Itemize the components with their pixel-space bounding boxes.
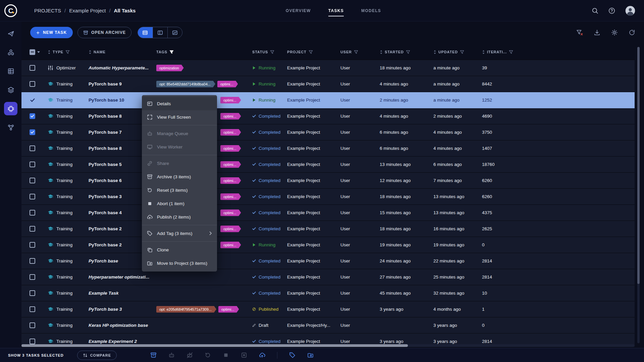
table-row[interactable]: TrainingExample Experiment 2CompletedExa… (21, 334, 635, 345)
task-name[interactable]: Example Task (89, 291, 119, 296)
menu-item-archive[interactable]: Archive (3 items) (142, 170, 217, 183)
column-header-name[interactable]: NAME (86, 50, 154, 54)
column-header-project[interactable]: PROJECT (284, 50, 338, 54)
tag-chip[interactable]: optimi... (220, 177, 241, 184)
task-name[interactable]: PyTorch base 4 (89, 210, 122, 215)
sort-icon[interactable] (89, 50, 92, 54)
publish-button[interactable] (259, 352, 265, 358)
table-row[interactable]: TrainingPyTorch base 2optimi...Completed… (21, 221, 635, 237)
column-header-type[interactable]: TYPE (45, 50, 86, 54)
filter-funnel-icon[interactable] (169, 50, 174, 54)
sort-icon[interactable] (482, 50, 485, 54)
sidebar-item-datasets[interactable] (4, 64, 17, 78)
task-name[interactable]: Keras HP optimization base (89, 323, 148, 328)
select-all-checkbox[interactable] (30, 49, 35, 55)
show-selected-button[interactable]: SHOW 3 TASKS SELECTED (8, 353, 64, 357)
menu-item-publish[interactable]: Publish (2 items) (142, 210, 217, 224)
vertical-scrollbar-thumb[interactable] (637, 47, 640, 284)
vertical-scrollbar[interactable] (637, 47, 640, 343)
task-name[interactable]: PyTorch base 5 (89, 162, 122, 167)
filter-funnel-icon[interactable] (460, 50, 464, 54)
tag-chip[interactable]: optimi... (220, 193, 241, 200)
new-task-button[interactable]: + NEW TASK (30, 27, 73, 38)
row-checkbox[interactable] (30, 129, 35, 135)
tag-chip[interactable]: optimization (156, 65, 184, 71)
table-view-button[interactable] (138, 27, 153, 38)
search-icon[interactable] (592, 7, 598, 14)
breadcrumb-project[interactable]: Example Project (69, 8, 106, 13)
breadcrumb-projects[interactable]: PROJECTS (34, 8, 61, 13)
menu-item-clone[interactable]: Clone (142, 243, 217, 256)
table-row[interactable]: TrainingPyTorch base 3optimi...Completed… (21, 189, 635, 205)
filter-funnel-icon[interactable] (65, 50, 70, 54)
task-name[interactable]: PyTorch base 10 (89, 98, 124, 103)
row-checkbox[interactable] (30, 290, 35, 296)
table-row[interactable]: TrainingPyTorch base 5optimi...Completed… (21, 157, 635, 173)
row-checkbox[interactable] (30, 258, 35, 264)
row-checkbox[interactable] (30, 226, 35, 232)
sort-icon[interactable] (380, 50, 383, 54)
card-view-button[interactable] (153, 27, 167, 38)
filter-funnel-icon[interactable] (406, 50, 410, 54)
table-row[interactable]: TrainingPyTorch base 10optimi...RunningE… (21, 92, 635, 108)
archive-button[interactable] (150, 352, 157, 358)
task-name[interactable]: PyTorch base 7 (89, 130, 122, 135)
task-name[interactable]: PyTorch base 9 (89, 81, 122, 86)
task-name[interactable]: PyTorch base 8 (89, 146, 122, 151)
menu-item-details[interactable]: Details (142, 97, 217, 110)
task-name[interactable]: Automatic Hyperparamete... (89, 65, 149, 70)
user-avatar-icon[interactable] (625, 6, 635, 16)
open-archive-button[interactable]: OPEN ARCHIVE (77, 27, 131, 38)
table-row[interactable]: TrainingHyperparameter optimizati...Comp… (21, 269, 635, 285)
row-checkbox[interactable] (30, 162, 35, 167)
tab-models[interactable]: MODELS (361, 0, 381, 21)
filter-funnel-icon[interactable] (354, 50, 358, 54)
row-checkbox[interactable] (30, 145, 35, 151)
settings-gear-icon[interactable] (611, 29, 618, 36)
row-checkbox[interactable] (30, 97, 35, 103)
column-header-iterations[interactable]: ITERATI... (479, 50, 524, 54)
add-tag-button[interactable] (289, 352, 296, 358)
column-header-user[interactable]: USER (338, 50, 377, 54)
table-row[interactable]: OptimizerAutomatic Hyperparamete...optim… (21, 60, 635, 76)
sidebar-item-tasks[interactable] (4, 102, 17, 115)
row-checkbox[interactable] (30, 274, 35, 280)
tab-tasks[interactable]: TASKS (328, 0, 344, 21)
table-row[interactable]: TrainingExample TaskCompletedExample Pro… (21, 285, 635, 301)
horizontal-scrollbar[interactable] (21, 344, 635, 347)
row-checkbox[interactable] (30, 113, 35, 119)
task-name[interactable]: PyTorch base 2 (89, 226, 122, 231)
filter-funnel-icon[interactable] (270, 50, 274, 54)
task-name[interactable]: PyTorch base 6 (89, 178, 122, 183)
column-header-status[interactable]: STATUS (250, 50, 284, 54)
row-checkbox[interactable] (30, 210, 35, 216)
row-checkbox[interactable] (30, 65, 35, 71)
tag-chip[interactable]: optimi... (220, 226, 241, 232)
auto-refresh-icon[interactable] (629, 29, 635, 36)
table-row[interactable]: TrainingPyTorch base 8optimi...Completed… (21, 140, 635, 157)
compare-button[interactable]: COMPARE (77, 351, 117, 360)
row-checkbox[interactable] (30, 194, 35, 199)
tag-chip[interactable]: optimi... (218, 306, 239, 313)
table-row[interactable]: TrainingPyTorch base 3opt: e205d684f7954… (21, 301, 635, 317)
tab-overview[interactable]: OVERVIEW (286, 0, 311, 21)
chart-view-button[interactable] (167, 27, 182, 38)
menu-item-abort[interactable]: Abort (1 item) (142, 197, 217, 210)
sort-icon[interactable] (48, 50, 51, 54)
tag-chip[interactable]: optimi... (220, 129, 241, 136)
column-header-started[interactable]: STARTED (377, 50, 431, 54)
column-header-tags[interactable]: TAGS (154, 50, 250, 54)
sidebar-item-d ashboard[interactable] (4, 27, 17, 40)
tag-chip[interactable]: optimi... (220, 242, 241, 248)
app-logo[interactable]: C (0, 4, 21, 17)
table-row[interactable]: TrainingPyTorch base 7optimi...Completed… (21, 124, 635, 140)
table-row[interactable]: TrainingPyTorch base 9opt: 85e5482ddd714… (21, 76, 635, 92)
table-row[interactable]: TrainingPyTorch base 2optimi...RunningEx… (21, 237, 635, 253)
tag-chip[interactable]: opt: 85e5482ddd7149b8ba04... (156, 81, 215, 87)
filter-funnel-icon[interactable] (309, 50, 313, 54)
tag-chip[interactable]: optimi... (220, 113, 241, 120)
task-name[interactable]: PyTorch base 2 (89, 242, 122, 247)
row-checkbox[interactable] (30, 306, 35, 312)
select-menu-caret-icon[interactable] (37, 51, 40, 53)
tag-chip[interactable]: optimi... (220, 161, 241, 168)
